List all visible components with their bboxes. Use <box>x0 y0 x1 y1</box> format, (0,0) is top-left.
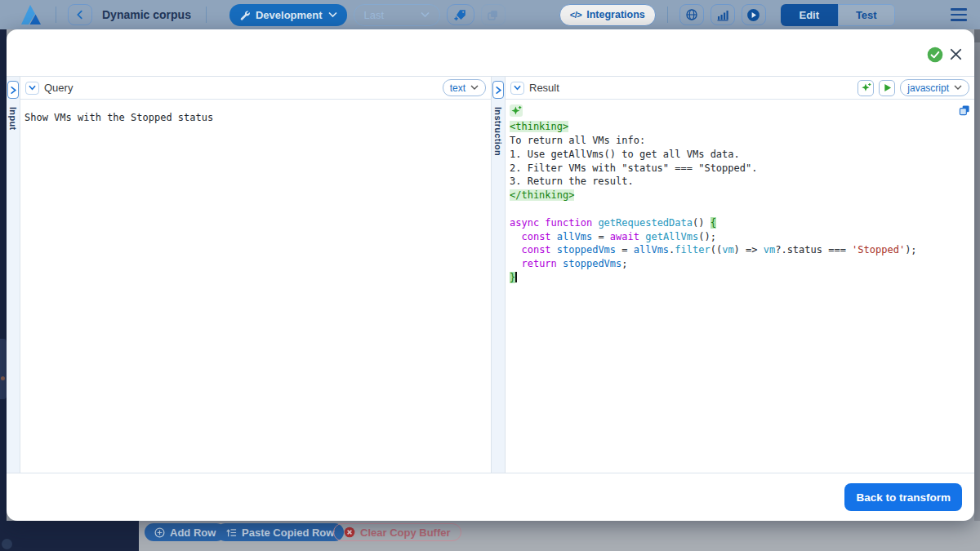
add-row-button[interactable]: Add Row <box>145 523 225 541</box>
back-to-transform-button[interactable]: Back to transform <box>844 483 962 511</box>
collapse-input-button[interactable] <box>7 81 19 99</box>
query-type-value: text <box>450 82 466 94</box>
chevron-down-icon <box>954 85 962 91</box>
copy-button-disabled[interactable] <box>481 4 506 25</box>
ai-sparkle-icon <box>861 82 871 93</box>
code-brackets-icon: </> <box>570 10 581 20</box>
instruction-rail-label: Instruction <box>493 107 503 156</box>
run-code-button[interactable] <box>879 80 895 96</box>
integrations-label: Integrations <box>586 9 645 20</box>
app-sidebar-bottom <box>0 521 139 551</box>
clear-copy-buffer-label: Clear Copy Buffer <box>360 527 451 539</box>
corpus-title: Dynamic corpus <box>102 8 191 21</box>
test-tab[interactable]: Test <box>838 4 895 26</box>
result-panel-label: Result <box>529 82 559 94</box>
approve-button[interactable] <box>927 47 943 63</box>
dimmed-page-bottom: Add Row Paste Copied Row Clear Copy Buff… <box>0 521 980 551</box>
wrench-icon <box>239 10 250 20</box>
plus-circle-icon <box>154 527 165 538</box>
collapse-instruction-button[interactable] <box>492 81 504 99</box>
close-icon <box>949 47 963 61</box>
add-row-label: Add Row <box>170 527 216 539</box>
sidebar-collapsed-tab <box>0 339 7 399</box>
bar-chart-icon <box>716 9 729 21</box>
divider <box>667 7 668 23</box>
page-scrollbar[interactable] <box>974 29 980 551</box>
result-panel: Result javascript <box>506 77 974 473</box>
run-button[interactable] <box>742 4 766 25</box>
chevron-down-icon <box>421 11 430 18</box>
info-icon <box>2 539 12 549</box>
text-caret <box>515 272 517 282</box>
chevron-down-icon <box>470 85 479 91</box>
query-editor[interactable]: Show VMs with the Stopped status <box>20 100 491 473</box>
chevron-left-icon <box>74 9 86 20</box>
copy-icon <box>487 9 499 21</box>
x-circle-icon <box>344 527 355 538</box>
globe-icon <box>685 8 698 21</box>
transform-editor-dialog: Input Query text <box>7 29 974 521</box>
result-collapse-toggle[interactable] <box>510 82 524 95</box>
result-panel-header: Result javascript <box>506 77 974 100</box>
sidebar-badge-dot <box>1 376 5 380</box>
paste-copied-row-button[interactable]: Paste Copied Row <box>216 523 344 541</box>
edit-test-toggle: Edit Test <box>781 4 895 26</box>
tag-version-button[interactable] <box>447 4 474 25</box>
chevron-right-icon <box>494 85 503 96</box>
query-panel: Query text Show VMs with the Stopped sta… <box>20 77 491 473</box>
chevron-down-icon <box>513 84 522 91</box>
generate-code-button[interactable] <box>858 80 874 96</box>
chevron-down-icon <box>28 84 37 91</box>
divider <box>206 7 207 23</box>
globe-button[interactable] <box>679 4 704 25</box>
editor-panels: Input Query text <box>7 76 974 473</box>
query-type-select[interactable]: text <box>443 79 486 96</box>
query-collapse-toggle[interactable] <box>25 82 39 95</box>
language-select[interactable]: javascript <box>900 79 969 96</box>
app-sidebar-edge <box>0 29 7 551</box>
development-dropdown[interactable]: Development <box>229 4 347 26</box>
play-circle-icon <box>746 8 760 22</box>
edit-tab[interactable]: Edit <box>781 4 838 26</box>
copy-code-button[interactable] <box>958 104 970 116</box>
code-lines: <thinking>To return all VMs info:1. Use … <box>510 104 968 285</box>
language-value: javascript <box>907 82 949 94</box>
screen: Dynamic corpus Development Last <box>0 0 980 551</box>
tag-plus-icon <box>453 8 467 22</box>
ai-sparkle-icon <box>510 105 522 117</box>
stats-button[interactable] <box>710 4 735 25</box>
check-circle-icon <box>927 47 943 63</box>
clear-copy-buffer-button[interactable]: Clear Copy Buffer <box>333 523 461 541</box>
chevron-right-icon <box>9 85 18 96</box>
app-logo-icon <box>18 3 44 26</box>
development-label: Development <box>256 9 323 21</box>
query-panel-header: Query text <box>20 77 491 100</box>
integrations-button[interactable]: </> Integrations <box>559 4 656 26</box>
ai-generated-marker <box>510 104 523 117</box>
close-button[interactable] <box>948 47 964 62</box>
query-panel-label: Query <box>44 82 73 94</box>
play-icon <box>883 83 892 92</box>
code-editor[interactable]: <thinking>To return all VMs info:1. Use … <box>506 100 974 473</box>
menu-button[interactable] <box>949 5 969 24</box>
version-select-value: Last <box>364 9 385 21</box>
chevron-down-icon <box>328 11 337 18</box>
paste-row-icon <box>226 527 237 538</box>
copy-icon <box>959 104 970 116</box>
scrollbar-thumb[interactable] <box>974 29 980 42</box>
input-rail: Input <box>7 77 20 473</box>
input-rail-label: Input <box>8 107 18 130</box>
version-select[interactable]: Last <box>354 4 440 26</box>
back-button[interactable] <box>68 4 92 25</box>
instruction-rail: Instruction <box>491 77 506 473</box>
menu-icon <box>951 8 967 11</box>
paste-copied-row-label: Paste Copied Row <box>242 527 334 539</box>
divider <box>56 7 56 23</box>
top-navigation-bar: Dynamic corpus Development Last <box>0 0 980 29</box>
